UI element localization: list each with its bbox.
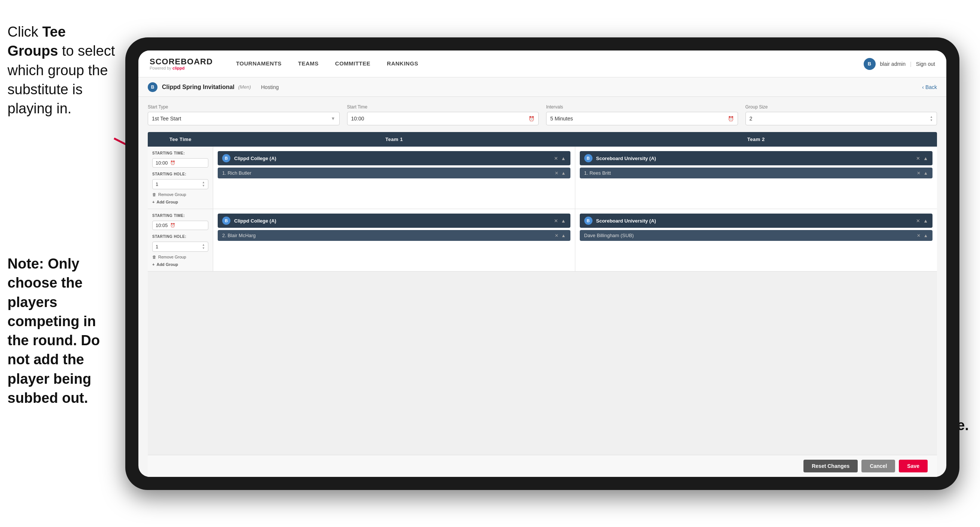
- nav-teams[interactable]: TEAMS: [290, 51, 327, 77]
- pipe-separator: |: [910, 61, 912, 67]
- player-row-r1-t2[interactable]: 1. Rees Britt ✕ ▲: [580, 167, 933, 178]
- chevron-up-icon[interactable]: ▲: [561, 156, 566, 161]
- intervals-input[interactable]: 5 Minutes ⏰: [546, 112, 738, 125]
- time-clock-icon-r2: ⏰: [170, 223, 175, 228]
- player-actions-r1-t2: ✕ ▲: [917, 170, 928, 176]
- player-actions-r1-t1: ✕ ▲: [555, 170, 566, 176]
- team1-badge-r1: B: [222, 154, 231, 162]
- player-row-r1-t1[interactable]: 1. Rich Butler ✕ ▲: [218, 167, 570, 178]
- player-chevron-icon[interactable]: ▲: [562, 170, 566, 176]
- player-name-r1-t1: 1. Rich Butler: [222, 170, 555, 176]
- start-type-label: Start Type: [148, 104, 340, 110]
- start-time-label: Start Time: [347, 104, 539, 110]
- starting-time-label-r1: STARTING TIME:: [152, 151, 208, 155]
- group-size-input[interactable]: 2 ▲ ▼: [746, 112, 937, 125]
- nav-tournaments[interactable]: TOURNAMENTS: [228, 51, 290, 77]
- plus-icon-r2: +: [152, 262, 154, 267]
- remove-group-button-r1[interactable]: 🗑 Remove Group: [152, 192, 208, 197]
- nav-links: TOURNAMENTS TEAMS COMMITTEE RANKINGS: [228, 51, 864, 77]
- nav-committee[interactable]: COMMITTEE: [327, 51, 379, 77]
- player-name-r2-t1: 2. Blair McHarg: [222, 232, 555, 238]
- user-avatar: B: [864, 58, 876, 70]
- clock-icon: ⏰: [528, 116, 535, 121]
- player-chevron-icon-r2-t1[interactable]: ▲: [562, 233, 566, 238]
- tournament-gender: (Men): [238, 84, 251, 90]
- reset-changes-button[interactable]: Reset Changes: [803, 460, 858, 472]
- player-row-r2-t1[interactable]: 2. Blair McHarg ✕ ▲: [218, 230, 570, 241]
- tee-table: Tee Time Team 1 Team 2 STARTING TIME: 10…: [148, 132, 937, 455]
- team2-card-r2[interactable]: B Scoreboard University (A) ✕ ▲: [580, 213, 933, 228]
- back-button[interactable]: ‹ Back: [922, 84, 937, 90]
- sign-out-link[interactable]: Sign out: [916, 61, 935, 67]
- nav-rankings[interactable]: RANKINGS: [379, 51, 426, 77]
- player-close-icon-r2-t2[interactable]: ✕: [917, 233, 921, 238]
- hosting-badge: Hosting: [261, 84, 278, 90]
- tournament-badge: B: [148, 82, 158, 92]
- player-close-icon-t2[interactable]: ✕: [917, 170, 921, 176]
- hole-up-icon: ▲: [202, 181, 205, 184]
- starting-hole-input-r2[interactable]: 1 ▲ ▼: [152, 242, 208, 252]
- add-group-button-r1[interactable]: + Add Group: [152, 200, 208, 204]
- user-name: blair admin: [880, 61, 905, 67]
- hole-up-icon-r2: ▲: [202, 244, 205, 247]
- logo-scoreboard: SCOREBOARD: [150, 57, 213, 66]
- nav-right: B blair admin | Sign out: [864, 58, 935, 70]
- th-team2: Team 2: [575, 132, 937, 146]
- remove-group-button-r2[interactable]: 🗑 Remove Group: [152, 255, 208, 259]
- chevron-up-icon-r2[interactable]: ▲: [561, 218, 566, 224]
- team1-badge-r2: B: [222, 217, 231, 225]
- player-actions-r2-t2: ✕ ▲: [917, 233, 928, 238]
- tablet-screen: SCOREBOARD Powered by clippd TOURNAMENTS…: [138, 51, 947, 477]
- player-name-r1-t2: 1. Rees Britt: [584, 170, 917, 176]
- team1-panel-r1: B Clippd College (A) ✕ ▲ 1. Rich Butler: [213, 146, 575, 209]
- time-clock-icon: ⏰: [170, 161, 175, 165]
- spinner-arrows: ▲ ▼: [930, 116, 933, 122]
- table-row: STARTING TIME: 10:05 ⏰ STARTING HOLE: 1 …: [148, 209, 937, 272]
- team2-badge-r2: B: [584, 217, 592, 225]
- team2-card-r1[interactable]: B Scoreboard University (A) ✕ ▲: [580, 151, 933, 165]
- table-row: STARTING TIME: 10:00 ⏰ STARTING HOLE: 1 …: [148, 146, 937, 209]
- table-header: Tee Time Team 1 Team 2: [148, 132, 937, 146]
- starting-time-input-r1[interactable]: 10:00 ⏰: [152, 158, 208, 167]
- player-actions-r2-t1: ✕ ▲: [555, 233, 566, 238]
- team2-actions-r1: ✕ ▲: [916, 156, 928, 161]
- starting-hole-input-r1[interactable]: 1 ▲ ▼: [152, 179, 208, 189]
- instruction-main: Click Tee Groups to select which group t…: [0, 22, 116, 118]
- logo-area: SCOREBOARD Powered by clippd: [150, 57, 213, 70]
- team1-card-r2[interactable]: B Clippd College (A) ✕ ▲: [218, 213, 570, 228]
- start-type-input[interactable]: 1st Tee Start ▼: [148, 112, 340, 125]
- team1-card-r1[interactable]: B Clippd College (A) ✕ ▲: [218, 151, 570, 165]
- save-button[interactable]: Save: [899, 460, 928, 472]
- close-icon[interactable]: ✕: [554, 156, 558, 161]
- start-time-group: Start Time 10:00 ⏰: [347, 104, 539, 125]
- intervals-label: Intervals: [546, 104, 738, 110]
- player-close-icon-r2-t1[interactable]: ✕: [555, 233, 558, 238]
- table-body: STARTING TIME: 10:00 ⏰ STARTING HOLE: 1 …: [148, 146, 937, 455]
- team1-actions-r1: ✕ ▲: [554, 156, 566, 161]
- player-close-icon[interactable]: ✕: [555, 170, 558, 176]
- intervals-group: Intervals 5 Minutes ⏰: [546, 104, 738, 125]
- start-time-input[interactable]: 10:00 ⏰: [347, 112, 539, 125]
- starting-time-input-r2[interactable]: 10:05 ⏰: [152, 221, 208, 230]
- close-icon-r2-t2[interactable]: ✕: [916, 218, 920, 224]
- player-chevron-icon-r2-t2[interactable]: ▲: [924, 233, 928, 238]
- close-icon-r2[interactable]: ✕: [554, 218, 558, 224]
- tournament-title: Clippd Spring Invitational: [162, 84, 234, 91]
- cancel-button[interactable]: Cancel: [861, 460, 895, 472]
- add-group-button-r2[interactable]: + Add Group: [152, 262, 208, 267]
- nav-bar: SCOREBOARD Powered by clippd TOURNAMENTS…: [138, 51, 947, 77]
- player-chevron-icon-t2[interactable]: ▲: [924, 170, 928, 176]
- chevron-up-icon-t2[interactable]: ▲: [923, 156, 928, 161]
- th-tee-time: Tee Time: [148, 132, 213, 146]
- th-team1: Team 1: [213, 132, 575, 146]
- player-row-r2-t2[interactable]: Dave Billingham (SUB) ✕ ▲: [580, 230, 933, 241]
- starting-hole-label-r2: STARTING HOLE:: [152, 234, 208, 239]
- start-type-group: Start Type 1st Tee Start ▼: [148, 104, 340, 125]
- starting-time-label-r2: STARTING TIME:: [152, 213, 208, 218]
- team1-panel-r2: B Clippd College (A) ✕ ▲ 2. Blair McHarg: [213, 209, 575, 271]
- close-icon-t2[interactable]: ✕: [916, 156, 920, 161]
- chevron-up-icon-r2-t2[interactable]: ▲: [923, 218, 928, 224]
- group-size-group: Group Size 2 ▲ ▼: [746, 104, 937, 125]
- logo-powered: Powered by clippd: [150, 66, 213, 70]
- hole-spinner-r1: ▲ ▼: [202, 181, 205, 187]
